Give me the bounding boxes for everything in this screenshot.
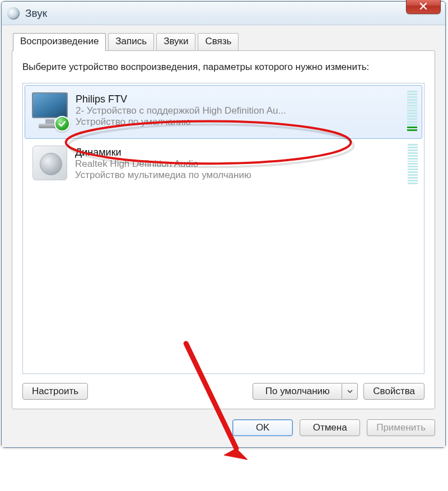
app-icon (7, 7, 20, 20)
speaker-icon (28, 142, 72, 186)
dialog-content: Воспроизведение Запись Звуки Связь Выбер… (2, 25, 445, 447)
tab-playback[interactable]: Воспроизведение (13, 33, 106, 51)
panel-button-row: Настроить По умолчанию Свойства (22, 383, 424, 400)
set-default-button[interactable]: По умолчанию (253, 383, 342, 400)
tab-sounds[interactable]: Звуки (156, 33, 195, 50)
titlebar[interactable]: Звук (2, 2, 445, 25)
device-text: Philips FTV 2- Устройство с поддержкой H… (76, 93, 403, 128)
cancel-button[interactable]: Отмена (300, 419, 360, 436)
tab-recording[interactable]: Запись (108, 33, 154, 50)
tab-panel-playback: Выберите устройство воспроизведения, пар… (12, 50, 435, 409)
device-item-philips[interactable]: Philips FTV 2- Устройство с поддержкой H… (25, 85, 422, 139)
level-meter (408, 144, 418, 184)
footer-button-row: OK Отмена Применить (12, 419, 435, 436)
tab-strip: Воспроизведение Запись Звуки Связь (13, 33, 435, 50)
device-status: Устройство мультимедиа по умолчанию (75, 170, 403, 181)
device-subtitle: Realtek High Definition Audio (75, 158, 403, 170)
device-name: Динамики (75, 147, 403, 158)
window-title: Звук (25, 7, 47, 20)
properties-button[interactable]: Свойства (363, 383, 424, 400)
device-text: Динамики Realtek High Definition Audio У… (75, 147, 403, 181)
instruction-text: Выберите устройство воспроизведения, пар… (22, 61, 424, 74)
close-button[interactable] (406, 0, 441, 14)
sound-dialog: Звук Воспроизведение Запись Звуки Связь … (1, 1, 446, 448)
apply-button[interactable]: Применить (367, 419, 435, 436)
chevron-down-icon (347, 390, 353, 393)
set-default-split-button[interactable]: По умолчанию (253, 383, 358, 400)
close-icon (419, 2, 428, 11)
level-meter (407, 91, 417, 131)
tab-communications[interactable]: Связь (198, 33, 239, 50)
device-subtitle: 2- Устройство с поддержкой High Definiti… (76, 105, 403, 116)
svg-marker-3 (224, 448, 248, 460)
device-status: Устройство по умолчанию (76, 116, 403, 128)
monitor-icon (29, 89, 72, 133)
device-list[interactable]: Philips FTV 2- Устройство с поддержкой H… (22, 83, 424, 374)
device-name: Philips FTV (76, 93, 403, 105)
set-default-dropdown[interactable] (342, 383, 358, 400)
configure-button[interactable]: Настроить (22, 383, 88, 400)
ok-button[interactable]: OK (232, 419, 293, 436)
device-item-speakers[interactable]: Динамики Realtek High Definition Audio У… (25, 139, 422, 191)
default-check-icon (54, 116, 70, 132)
